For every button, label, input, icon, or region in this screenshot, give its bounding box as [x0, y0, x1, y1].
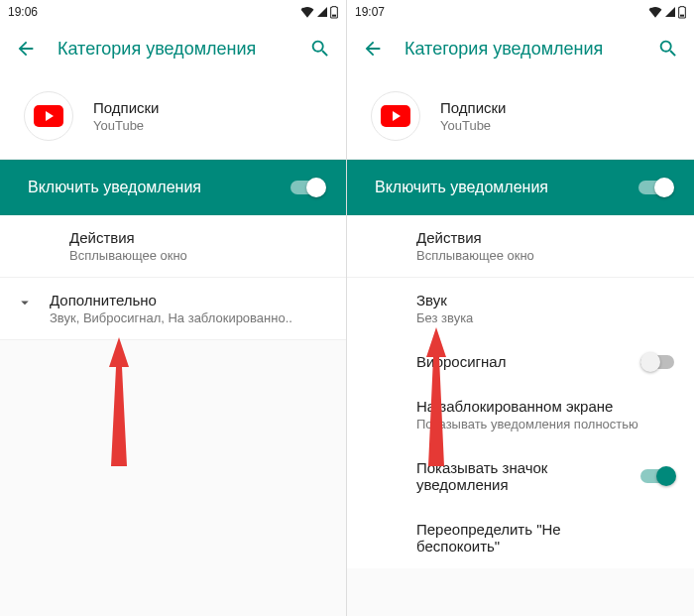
enable-notifications-bar[interactable]: Включить уведомления [347, 160, 694, 215]
enable-notifications-bar[interactable]: Включить уведомления [0, 160, 346, 215]
status-time: 19:07 [355, 5, 385, 19]
wifi-icon [300, 6, 314, 18]
app-bar-title: Категория уведомления [387, 39, 654, 60]
channel-subtitle: YouTube [93, 118, 160, 133]
app-bar-title: Категория уведомления [40, 39, 306, 60]
setting-sound[interactable]: Звук Без звука [347, 278, 694, 339]
youtube-icon [371, 91, 420, 141]
youtube-icon [24, 91, 73, 141]
back-button[interactable] [12, 35, 40, 62]
channel-subtitle: YouTube [440, 118, 507, 133]
arrow-back-icon [362, 38, 384, 60]
setting-title: Действия [416, 229, 674, 246]
svg-rect-4 [680, 15, 684, 17]
annotation-arrow-icon [89, 327, 149, 476]
badge-switch[interactable] [640, 466, 676, 486]
setting-actions[interactable]: Действия Всплывающее окно [347, 215, 694, 278]
arrow-back-icon [15, 38, 37, 60]
setting-actions[interactable]: Действия Всплывающее окно [0, 215, 346, 278]
setting-title: Действия [69, 229, 326, 246]
status-bar: 19:07 [347, 0, 694, 24]
setting-title: Переопределить "Не беспокоить" [416, 521, 635, 554]
battery-icon [678, 5, 686, 19]
setting-subtitle: Всплывающее окно [416, 248, 674, 263]
channel-title: Подписки [93, 99, 160, 116]
setting-title: Звук [416, 292, 674, 308]
search-icon [657, 38, 679, 60]
app-bar: Категория уведомления [0, 24, 346, 73]
screen-right: 19:07 Категория уведомления Подписки Yo [347, 0, 694, 616]
app-bar: Категория уведомления [347, 24, 694, 73]
search-button[interactable] [306, 35, 334, 62]
wifi-icon [648, 6, 662, 18]
svg-rect-1 [332, 15, 336, 17]
status-time: 19:06 [8, 5, 38, 19]
signal-icon [316, 6, 328, 18]
advanced-title: Дополнительно [50, 292, 326, 308]
channel-header: Подписки YouTube [347, 73, 694, 160]
svg-point-3 [649, 8, 651, 10]
status-icons [648, 5, 686, 19]
status-bar: 19:06 [0, 0, 346, 24]
setting-badge[interactable]: Показывать значок уведомления [347, 445, 694, 507]
advanced-expander[interactable]: Дополнительно Звук, Вибросигнал, На забл… [0, 278, 346, 340]
setting-lockscreen[interactable]: На заблокированном экране Показывать уве… [347, 384, 694, 445]
enable-label: Включить уведомления [375, 179, 548, 196]
enable-switch[interactable] [638, 178, 674, 197]
setting-title: На заблокированном экране [416, 398, 674, 415]
enable-label: Включить уведомления [28, 179, 201, 196]
screen-left: 19:06 Категория уведомления Подписки Yo [0, 0, 347, 616]
channel-title: Подписки [440, 99, 507, 116]
search-icon [309, 38, 331, 60]
setting-subtitle: Всплывающее окно [69, 248, 326, 263]
advanced-subtitle: Звук, Вибросигнал, На заблокированно.. [50, 310, 326, 325]
setting-title: Вибросигнал [416, 353, 635, 370]
setting-subtitle: Показывать уведомления полностью [416, 417, 674, 431]
battery-icon [330, 5, 338, 19]
back-button[interactable] [359, 35, 387, 62]
setting-subtitle: Без звука [416, 310, 674, 325]
svg-point-0 [301, 8, 303, 10]
status-icons [300, 5, 338, 19]
search-button[interactable] [654, 35, 682, 62]
signal-icon [664, 6, 676, 18]
setting-vibrate[interactable]: Вибросигнал [347, 339, 694, 384]
channel-header: Подписки YouTube [0, 73, 346, 160]
vibrate-switch[interactable] [640, 352, 676, 372]
setting-dnd[interactable]: Переопределить "Не беспокоить" [347, 507, 694, 568]
chevron-down-icon [16, 294, 34, 315]
enable-switch[interactable] [290, 178, 326, 197]
setting-title: Показывать значок уведомления [416, 459, 635, 493]
